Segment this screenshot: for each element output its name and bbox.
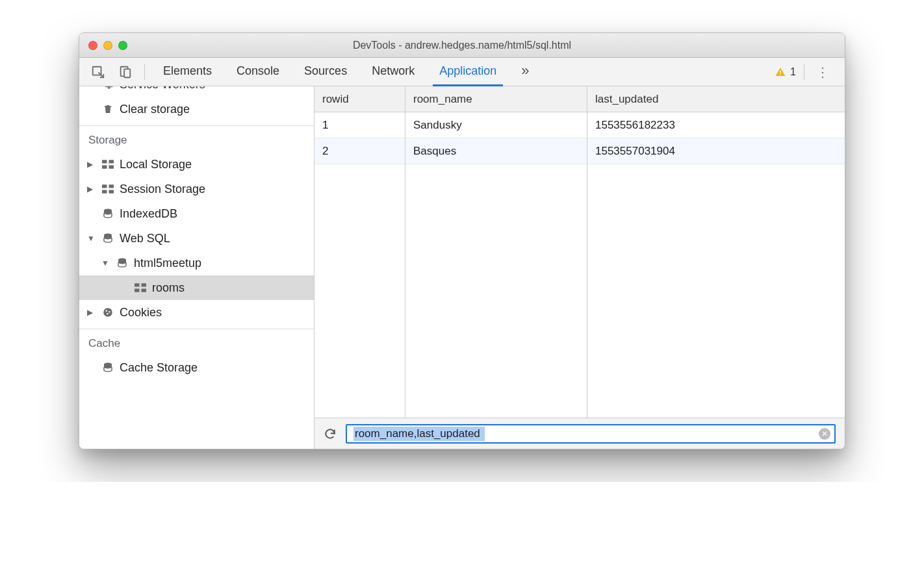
table-cell[interactable]: 2 bbox=[314, 138, 405, 164]
trash-icon bbox=[101, 103, 114, 115]
svg-rect-4 bbox=[780, 73, 781, 75]
tab-application[interactable]: Application bbox=[433, 58, 503, 86]
devtools-tabs: Elements Console Sources Network Applica… bbox=[157, 58, 772, 86]
table-cell[interactable]: Basques bbox=[405, 138, 587, 164]
svg-rect-2 bbox=[124, 69, 130, 77]
traffic-lights bbox=[79, 41, 127, 50]
svg-point-23 bbox=[107, 313, 108, 314]
tabs-overflow-icon[interactable]: » bbox=[515, 58, 535, 86]
data-grid: rowid room_name last_updated 1 Sandusky … bbox=[314, 86, 845, 418]
sidebar-item-label: Clear storage bbox=[120, 103, 190, 116]
tab-sources[interactable]: Sources bbox=[298, 58, 353, 86]
cookie-icon bbox=[101, 307, 114, 318]
toolbar-separator bbox=[144, 64, 145, 80]
database-icon bbox=[101, 208, 114, 220]
sidebar-item-web-sql[interactable]: ▼ Web SQL bbox=[79, 226, 314, 251]
table-cell[interactable]: 1553556182233 bbox=[587, 112, 845, 138]
svg-rect-7 bbox=[102, 166, 107, 169]
sidebar-item-indexeddb[interactable]: IndexedDB bbox=[79, 201, 314, 226]
database-icon bbox=[101, 232, 114, 244]
svg-rect-3 bbox=[780, 70, 781, 73]
sidebar-item-database[interactable]: ▼ html5meetup bbox=[79, 251, 314, 275]
sidebar-section-cache: Cache bbox=[79, 329, 314, 355]
table-cell[interactable]: Sandusky bbox=[405, 112, 587, 138]
chevron-right-icon: ▶ bbox=[87, 160, 96, 169]
column-header[interactable]: room_name bbox=[405, 86, 587, 112]
table-icon bbox=[101, 160, 114, 169]
sidebar-item-label: Cookies bbox=[120, 306, 162, 320]
svg-rect-6 bbox=[109, 160, 114, 163]
svg-rect-18 bbox=[135, 289, 140, 292]
chevron-right-icon: ▶ bbox=[87, 308, 96, 317]
devtools-toolbar: Elements Console Sources Network Applica… bbox=[79, 58, 845, 86]
database-icon bbox=[116, 257, 129, 269]
sidebar-item-service-workers[interactable]: Service Workers bbox=[79, 86, 314, 97]
devtools-window: DevTools - andrew.hedges.name/html5/sql.… bbox=[79, 32, 845, 449]
tab-network[interactable]: Network bbox=[365, 58, 421, 86]
sidebar-item-table-rooms[interactable]: rooms bbox=[79, 275, 314, 300]
column-header[interactable]: last_updated bbox=[587, 86, 845, 112]
svg-rect-5 bbox=[102, 160, 107, 163]
toolbar-separator bbox=[804, 64, 804, 80]
more-menu-icon[interactable]: ⋮ bbox=[812, 64, 834, 80]
sidebar-item-label: Local Storage bbox=[120, 158, 192, 171]
sidebar-item-local-storage[interactable]: ▶ Local Storage bbox=[79, 152, 314, 177]
svg-rect-19 bbox=[142, 289, 147, 292]
sidebar-item-label: IndexedDB bbox=[120, 207, 177, 221]
tab-elements[interactable]: Elements bbox=[157, 58, 218, 86]
grid-filler bbox=[587, 164, 845, 418]
table-icon bbox=[101, 184, 114, 194]
sidebar-item-label: Cache Storage bbox=[120, 361, 198, 375]
table-footer-bar: ✕ bbox=[314, 418, 845, 449]
window-close-button[interactable] bbox=[88, 41, 97, 50]
sidebar-section-storage: Storage bbox=[79, 125, 314, 152]
device-toolbar-icon[interactable] bbox=[113, 58, 138, 86]
sidebar-item-cache-storage[interactable]: Cache Storage bbox=[79, 355, 314, 380]
sidebar-item-session-storage[interactable]: ▶ Session Storage bbox=[79, 177, 314, 201]
window-minimize-button[interactable] bbox=[103, 41, 112, 50]
window-zoom-button[interactable] bbox=[118, 41, 127, 50]
refresh-icon[interactable] bbox=[324, 427, 337, 440]
chevron-down-icon: ▼ bbox=[87, 234, 96, 243]
chevron-right-icon: ▶ bbox=[87, 184, 96, 194]
svg-rect-11 bbox=[102, 190, 107, 194]
svg-point-22 bbox=[109, 311, 110, 312]
table-cell[interactable]: 1 bbox=[314, 112, 405, 138]
svg-rect-9 bbox=[102, 184, 107, 188]
column-header[interactable]: rowid bbox=[314, 86, 405, 112]
warnings-count: 1 bbox=[790, 66, 796, 78]
svg-rect-10 bbox=[109, 184, 114, 188]
sql-query-input-wrapper: ✕ bbox=[346, 424, 836, 444]
sidebar-item-label: Web SQL bbox=[120, 232, 170, 245]
sidebar-item-cookies[interactable]: ▶ Cookies bbox=[79, 300, 314, 325]
svg-point-21 bbox=[106, 310, 107, 312]
chevron-down-icon: ▼ bbox=[101, 258, 110, 268]
toolbar-right: 1 ⋮ bbox=[775, 64, 838, 80]
tab-console[interactable]: Console bbox=[230, 58, 286, 86]
application-sidebar: Service Workers Clear storage Storage ▶ … bbox=[79, 86, 314, 449]
panel-body: Service Workers Clear storage Storage ▶ … bbox=[79, 86, 845, 449]
sidebar-item-label: rooms bbox=[152, 281, 185, 295]
grid-filler bbox=[314, 164, 405, 418]
svg-rect-16 bbox=[135, 283, 140, 286]
database-icon bbox=[101, 362, 114, 373]
clear-input-icon[interactable]: ✕ bbox=[819, 428, 830, 440]
warnings-indicator[interactable]: 1 bbox=[775, 66, 796, 78]
table-view: rowid room_name last_updated 1 Sandusky … bbox=[314, 86, 845, 449]
svg-rect-8 bbox=[109, 166, 114, 169]
sql-query-input[interactable] bbox=[353, 427, 819, 441]
table-icon bbox=[134, 283, 147, 292]
sidebar-item-clear-storage[interactable]: Clear storage bbox=[79, 97, 314, 121]
svg-rect-17 bbox=[142, 283, 147, 286]
sidebar-item-label: Service Workers bbox=[120, 86, 205, 92]
table-cell[interactable]: 1553557031904 bbox=[587, 138, 845, 164]
gear-icon bbox=[101, 86, 114, 90]
sidebar-item-label: Session Storage bbox=[120, 182, 205, 196]
titlebar: DevTools - andrew.hedges.name/html5/sql.… bbox=[79, 33, 845, 58]
window-title: DevTools - andrew.hedges.name/html5/sql.… bbox=[79, 40, 845, 51]
grid-filler bbox=[405, 164, 587, 418]
svg-point-20 bbox=[103, 308, 112, 317]
svg-rect-12 bbox=[109, 190, 114, 194]
sidebar-item-label: html5meetup bbox=[134, 257, 201, 270]
inspect-element-icon[interactable] bbox=[86, 58, 110, 86]
